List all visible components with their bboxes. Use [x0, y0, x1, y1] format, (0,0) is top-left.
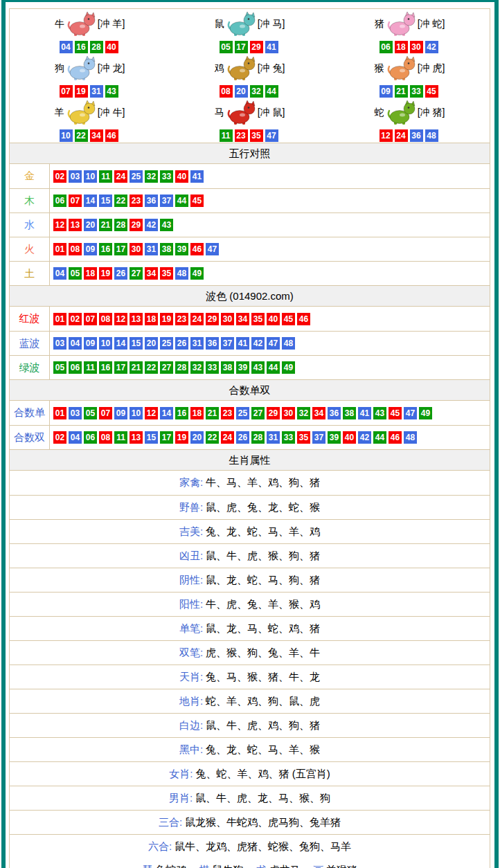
heshu-row: 合数双0204060811131517192022242628313335373… — [10, 425, 490, 449]
number-ball: 33 — [410, 85, 423, 98]
number-ball: 43 — [373, 407, 386, 419]
zodiac-ball-row: 07193143 — [60, 84, 120, 98]
number-ball: 48 — [404, 431, 417, 444]
wuxing-row: 金02031011242532334041 — [10, 164, 490, 188]
number-ball: 36 — [206, 337, 219, 350]
bose-rows: 红波0102070812131819232429303435404546蓝波03… — [10, 307, 490, 379]
number-ball: 32 — [297, 407, 310, 419]
number-ball: 47 — [267, 337, 280, 350]
attribute-label: 地肖: — [179, 695, 203, 708]
number-ball: 41 — [265, 41, 278, 53]
zodiac-ball-row: 11233547 — [220, 129, 280, 142]
number-ball: 41 — [190, 170, 204, 183]
zodiac-name: 鼠 — [215, 18, 224, 30]
number-ball: 15 — [99, 195, 112, 207]
number-ball: 37 — [221, 337, 234, 350]
snake-icon — [386, 99, 416, 127]
number-ball: 16 — [75, 41, 88, 53]
zodiac-name: 牛 — [55, 18, 64, 30]
number-ball: 28 — [251, 431, 265, 444]
shengxiao-attribute-rows: 家禽:牛、马、羊、鸡、狗、猪野兽:鼠、虎、兔、龙、蛇、猴吉美:兔、龙、蛇、马、羊… — [10, 471, 490, 858]
zodiac-cell: 蛇[冲 猪]12243648 — [330, 98, 490, 142]
number-ball: 06 — [84, 431, 97, 444]
number-ball: 30 — [130, 243, 143, 255]
number-ball: 45 — [282, 313, 295, 325]
number-ball: 19 — [160, 313, 173, 325]
zodiac-cell-caption: 羊[冲 牛] — [55, 98, 125, 127]
zodiac-cell-caption: 猴[冲 虎] — [375, 54, 445, 83]
number-ball: 39 — [236, 361, 249, 374]
number-ball: 33 — [160, 170, 173, 183]
number-ball: 37 — [312, 431, 325, 444]
bose-title: 波色 (014902.com) — [206, 290, 294, 302]
number-ball: 29 — [130, 219, 143, 231]
row-ball-list: 0103050709101214161821232527293032343638… — [50, 401, 490, 425]
number-ball: 06 — [69, 361, 82, 374]
number-ball: 09 — [84, 337, 97, 350]
number-ball: 30 — [282, 407, 295, 419]
number-ball: 17 — [114, 243, 127, 255]
row-label: 土 — [10, 262, 50, 285]
number-ball: 13 — [130, 313, 143, 325]
row-ball-list: 04051819262734354849 — [50, 262, 490, 285]
attribute-row: 家禽:牛、马、羊、鸡、狗、猪 — [10, 471, 490, 495]
ox-icon — [66, 10, 96, 38]
attribute-group: 棋:鼠牛狗 — [199, 864, 243, 868]
number-ball: 27 — [130, 267, 143, 280]
attribute-label: 单笔: — [179, 622, 203, 635]
number-ball: 35 — [250, 129, 263, 142]
number-ball: 46 — [105, 129, 118, 142]
number-ball: 16 — [99, 361, 112, 374]
number-ball: 21 — [99, 219, 112, 231]
number-ball: 15 — [130, 337, 143, 350]
attribute-label: 双笔: — [179, 647, 203, 660]
number-ball: 25 — [130, 170, 143, 183]
rat-icon — [226, 10, 256, 38]
group-label: 琴 — [142, 864, 152, 868]
number-ball: 38 — [343, 407, 356, 419]
attribute-row: 阴性:鼠、龙、蛇、马、狗、猪 — [10, 568, 490, 592]
zodiac-cell: 鼠[冲 马]05172941 — [170, 10, 330, 53]
number-ball: 19 — [99, 267, 112, 280]
number-ball: 07 — [60, 85, 73, 98]
number-ball: 47 — [404, 407, 417, 419]
attribute-label: 男肖: — [169, 792, 193, 805]
number-ball: 42 — [425, 41, 438, 53]
zodiac-cell: 猪[冲 蛇]06183042 — [330, 10, 490, 53]
number-ball: 14 — [84, 195, 97, 207]
number-ball: 36 — [328, 407, 341, 419]
zodiac-clash-label: [冲 龙] — [98, 62, 125, 75]
zodiac-name: 狗 — [55, 62, 64, 75]
rooster-icon — [226, 55, 256, 82]
attribute-value: 牛、虎、兔、羊、猴、鸡 — [206, 598, 320, 611]
zodiac-clash-label: [冲 马] — [258, 18, 285, 30]
number-ball: 26 — [175, 337, 188, 350]
zodiac-name: 猴 — [375, 62, 384, 75]
attribute-value: 虎、猴、狗、兔、羊、牛 — [206, 647, 320, 660]
number-ball: 22 — [75, 129, 88, 142]
number-ball: 28 — [175, 361, 188, 374]
number-ball: 39 — [175, 243, 188, 255]
row-label: 金 — [10, 164, 50, 188]
number-ball: 40 — [175, 170, 188, 183]
shengxiao-title: 生肖属性 — [229, 454, 271, 466]
number-ball: 49 — [190, 267, 204, 280]
number-ball: 19 — [175, 431, 188, 444]
number-ball: 40 — [267, 313, 280, 325]
number-ball: 39 — [328, 431, 341, 444]
number-ball: 29 — [250, 41, 263, 53]
zodiac-cell-caption: 马[冲 鼠] — [215, 98, 285, 127]
attribute-row: 黑中:兔、龙、蛇、马、羊、猴 — [10, 737, 490, 761]
number-ball: 48 — [425, 129, 438, 142]
attribute-label: 阴性: — [179, 574, 203, 587]
attribute-label: 白边: — [179, 719, 203, 732]
attribute-row: 野兽:鼠、虎、兔、龙、蛇、猴 — [10, 495, 490, 519]
number-ball: 06 — [53, 195, 66, 207]
row-ball-list: 05061116172122272832333839434449 — [50, 356, 490, 379]
zodiac-clash-label: [冲 鼠] — [258, 107, 285, 119]
zodiac-name: 马 — [215, 107, 224, 119]
number-ball: 33 — [206, 361, 219, 374]
number-ball: 29 — [267, 407, 280, 419]
horse-icon — [226, 99, 256, 127]
zodiac-cell-caption: 鼠[冲 马] — [215, 10, 285, 39]
